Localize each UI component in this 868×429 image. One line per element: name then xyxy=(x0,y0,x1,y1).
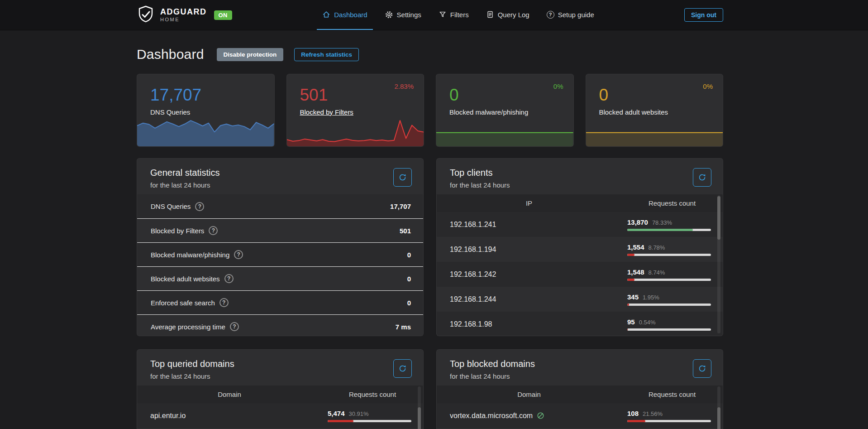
scrollbar-thumb[interactable] xyxy=(717,196,720,240)
row-key-link[interactable]: 192.168.1.98 xyxy=(437,320,621,328)
refresh-statistics-button[interactable]: Refresh statistics xyxy=(294,48,359,61)
refresh-icon xyxy=(698,173,706,182)
top-queried-domains-panel: Top queried domains for the last 24 hour… xyxy=(137,349,424,429)
help-icon[interactable]: ? xyxy=(219,298,229,307)
help-icon[interactable]: ? xyxy=(209,226,218,235)
statistic-label: Blocked malware/phishing xyxy=(151,251,229,259)
requests-count-cell: 95 0.54% xyxy=(621,318,723,331)
requests-count-value: 95 xyxy=(627,318,635,326)
row-key-link[interactable]: vortex.data.microsoft.com xyxy=(437,412,621,420)
dns-queries-sparkline xyxy=(137,116,274,146)
statistic-row: Enforced safe search ? 0 xyxy=(137,290,423,314)
general-statistics-panel: General statistics for the last 24 hours… xyxy=(137,158,424,336)
nav-settings-label: Settings xyxy=(397,11,421,19)
statistic-label: Average processing time xyxy=(151,323,225,331)
disable-protection-button[interactable]: Disable protection xyxy=(217,48,284,61)
requests-count-cell: 345 1.95% xyxy=(621,293,723,306)
nav-setup-guide[interactable]: ? Setup guide xyxy=(541,0,600,30)
requests-count-cell: 1,554 8.78% xyxy=(621,243,723,256)
stat-percent: 2.83% xyxy=(394,82,414,90)
panel-subtitle: for the last 24 hours xyxy=(450,372,712,380)
requests-bar-track xyxy=(627,328,711,331)
top-blocked-scrollbar[interactable] xyxy=(717,386,720,429)
refresh-general-statistics-button[interactable] xyxy=(393,168,412,187)
gear-icon xyxy=(385,10,393,19)
adguard-home-logo[interactable]: ADGUARD HOME xyxy=(137,5,207,25)
panel-title: Top queried domains xyxy=(150,359,412,369)
requests-bar-track xyxy=(627,254,711,256)
brand-subtitle: HOME xyxy=(160,17,207,22)
requests-percent: 78.33% xyxy=(652,219,672,226)
row-key-label: 192.168.1.242 xyxy=(450,270,496,279)
requests-count-cell: 13,870 78.33% xyxy=(621,218,723,231)
row-key-label: api.entur.io xyxy=(150,412,186,420)
blocked-adult-card: 0% 0 Blocked adult websites xyxy=(586,74,724,147)
help-icon[interactable]: ? xyxy=(224,274,234,283)
refresh-top-queried-button[interactable] xyxy=(393,359,412,378)
requests-bar-fill xyxy=(627,229,693,231)
statistic-row: Blocked by Filters ? 501 xyxy=(137,218,423,242)
stat-percent: 0% xyxy=(553,82,563,90)
requests-percent: 0.54% xyxy=(639,319,656,326)
requests-percent: 8.74% xyxy=(649,269,665,276)
table-row: 192.168.1.242 1,548 8.74% xyxy=(437,262,723,287)
top-blocked-domains-panel: Top blocked domains for the last 24 hour… xyxy=(436,349,723,429)
requests-count-value: 5,474 xyxy=(328,410,345,417)
requests-count-value: 108 xyxy=(627,410,639,417)
requests-bar-track xyxy=(627,420,711,422)
requests-count-cell: 1,548 8.74% xyxy=(621,268,723,281)
requests-count-value: 13,870 xyxy=(627,218,648,226)
top-queried-scrollbar[interactable] xyxy=(418,386,421,429)
stat-value: 17,707 xyxy=(150,86,274,105)
document-icon xyxy=(486,10,494,19)
row-key-link[interactable]: 192.168.1.244 xyxy=(437,295,621,304)
top-navbar: ADGUARD HOME ON Dashboard Settings xyxy=(0,0,868,30)
refresh-top-blocked-button[interactable] xyxy=(693,359,711,378)
statistic-value: 0 xyxy=(407,275,411,283)
blocked-malware-card: 0% 0 Blocked malware/phishing xyxy=(436,74,574,147)
sign-out-button[interactable]: Sign out xyxy=(684,8,723,22)
row-key-link[interactable]: 192.168.1.241 xyxy=(437,221,621,229)
column-header-ip: IP xyxy=(437,199,621,207)
table-row: 192.168.1.194 1,554 8.78% xyxy=(437,237,723,262)
nav-query-log[interactable]: Query Log xyxy=(481,0,535,30)
top-clients-scrollbar[interactable] xyxy=(717,195,720,333)
row-key-label: 192.168.1.98 xyxy=(450,320,492,328)
row-key-link[interactable]: 192.168.1.194 xyxy=(437,246,621,254)
blocked-indicator-icon xyxy=(537,412,544,419)
help-icon[interactable]: ? xyxy=(234,250,243,259)
row-key-label: 192.168.1.241 xyxy=(450,221,496,229)
refresh-top-clients-button[interactable] xyxy=(693,168,711,187)
requests-bar-fill xyxy=(627,328,628,331)
table-header: IP Requests count xyxy=(437,194,723,212)
top-clients-panel: Top clients for the last 24 hours IP Req… xyxy=(436,158,723,336)
table-row: vortex.data.microsoft.com 108 21.56% xyxy=(437,403,723,428)
row-key-link[interactable]: api.entur.io xyxy=(137,412,322,420)
statistic-row: Average processing time ? 7 ms xyxy=(137,314,423,336)
refresh-icon xyxy=(398,173,407,182)
blocked-by-filters-card: 2.83% 501 Blocked by Filters xyxy=(286,74,424,147)
protection-status-badge: ON xyxy=(214,10,233,20)
row-key-link[interactable]: 192.168.1.242 xyxy=(437,270,621,279)
help-icon[interactable]: ? xyxy=(195,202,204,211)
column-header-requests-count: Requests count xyxy=(322,390,423,398)
blocked-by-filters-sparkline xyxy=(287,116,424,146)
requests-count-cell: 108 21.56% xyxy=(621,410,723,422)
blocked-by-filters-link[interactable]: Blocked by Filters xyxy=(300,108,353,116)
nav-dashboard[interactable]: Dashboard xyxy=(317,0,372,30)
refresh-icon xyxy=(698,364,706,373)
nav-filters[interactable]: Filters xyxy=(433,0,474,30)
help-icon[interactable]: ? xyxy=(230,322,239,331)
main-navigation: Dashboard Settings Filters xyxy=(232,0,684,30)
scrollbar-thumb[interactable] xyxy=(418,407,421,429)
nav-settings[interactable]: Settings xyxy=(379,0,427,30)
scrollbar-thumb[interactable] xyxy=(717,407,720,429)
funnel-icon xyxy=(439,10,447,19)
column-header-requests-count: Requests count xyxy=(621,390,723,398)
requests-bar-track xyxy=(627,304,711,306)
table-header: Domain Requests count xyxy=(437,386,723,403)
requests-bar-track xyxy=(627,229,711,231)
statistic-value: 0 xyxy=(407,299,411,307)
requests-percent: 30.91% xyxy=(349,410,369,417)
requests-count-value: 345 xyxy=(627,293,639,301)
